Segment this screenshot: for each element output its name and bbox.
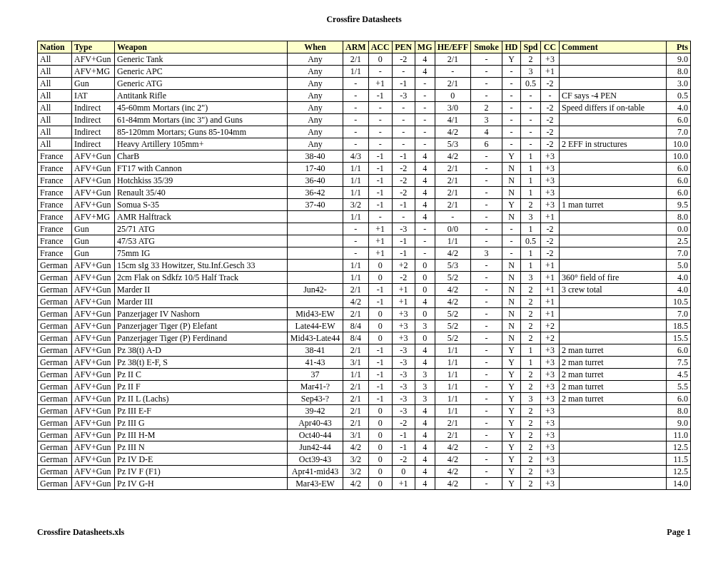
cell: German: [38, 381, 72, 393]
cell: -2: [541, 138, 560, 150]
cell: 5/2: [435, 332, 470, 344]
cell: -2: [392, 175, 415, 187]
table-row: GermanAFV+GunPz 38(t) E-F, S41-433/1-1-3…: [38, 357, 691, 369]
cell: AFV+MG: [72, 211, 115, 223]
cell: 2/1: [343, 284, 368, 296]
table-row: AllIndirect85-120mm Mortars; Guns 85-104…: [38, 126, 691, 138]
cell: 4/2: [435, 441, 470, 454]
cell: -: [521, 90, 541, 102]
table-row: GermanAFV+GunPz 38(t) A-D38-412/1-1-341/…: [38, 344, 691, 357]
cell: 0.5: [667, 90, 691, 102]
cell: -: [521, 102, 541, 114]
cell: All: [38, 138, 72, 150]
cell: -: [471, 223, 502, 235]
cell: -: [415, 223, 435, 235]
cell: [560, 478, 667, 490]
cell: -: [392, 211, 415, 223]
cell: N: [502, 175, 521, 187]
cell: [560, 223, 667, 235]
cell: Any: [287, 90, 343, 102]
cell: 14.0: [667, 478, 691, 490]
cell: 4: [415, 441, 435, 454]
cell: -: [415, 78, 435, 90]
cell: [560, 175, 667, 187]
cell: Panzerjager Tiger (P) Elefant: [115, 320, 288, 332]
table-row: GermanAFV+GunPz II C371/1-1-331/1-Y2+32 …: [38, 369, 691, 381]
cell: +1: [541, 66, 560, 78]
cell: 2: [521, 369, 541, 381]
cell: [560, 53, 667, 66]
cell: 8/4: [343, 332, 368, 344]
cell: -: [471, 66, 502, 78]
cell: -: [521, 138, 541, 150]
cell: -2: [541, 78, 560, 90]
cell: -: [471, 163, 502, 175]
datasheet-table: NationTypeWeaponWhenARMACCPENMGHE/EFFSmo…: [37, 41, 691, 490]
cell: +3: [541, 369, 560, 381]
cell: -: [343, 78, 368, 90]
cell: 2: [521, 454, 541, 466]
cell: -: [415, 126, 435, 138]
table-row: GermanAFV+GunPz III NJun42-444/20-144/2-…: [38, 441, 691, 454]
cell: 3: [415, 320, 435, 332]
cell: 38-41: [287, 344, 343, 357]
cell: France: [38, 199, 72, 211]
cell: Heavy Artillery 105mm+: [115, 138, 288, 150]
cell: -1: [368, 381, 392, 393]
cell: Y: [502, 454, 521, 466]
cell: +1: [392, 296, 415, 308]
cell: Y: [502, 393, 521, 405]
cell: -: [368, 126, 392, 138]
cell: 0: [415, 284, 435, 296]
cell: 2 EFF in structures: [560, 138, 667, 150]
cell: 4/3: [343, 150, 368, 163]
cell: AFV+Gun: [72, 478, 115, 490]
cell: 1/1: [343, 272, 368, 284]
table-row: GermanAFV+Gun2cm Flak on Sdkfz 10/5 Half…: [38, 272, 691, 284]
cell: France: [38, 175, 72, 187]
cell: -: [471, 332, 502, 344]
cell: [287, 223, 343, 235]
cell: 0.5: [521, 235, 541, 247]
cell: German: [38, 272, 72, 284]
cell: 5/2: [435, 272, 470, 284]
cell: +3: [541, 454, 560, 466]
cell: 4/2: [435, 466, 470, 478]
cell: -1: [368, 369, 392, 381]
cell: 1: [521, 260, 541, 272]
cell: All: [38, 66, 72, 78]
cell: Mar43-EW: [287, 478, 343, 490]
table-row: GermanAFV+GunPz IV D-EOct39-433/20-244/2…: [38, 454, 691, 466]
table-row: AllIATAntitank RifleAny--1-3-0----CF say…: [38, 90, 691, 102]
cell: -: [392, 114, 415, 126]
cell: 0: [415, 272, 435, 284]
cell: Gun: [72, 223, 115, 235]
cell: +3: [541, 478, 560, 490]
cell: 3: [521, 211, 541, 223]
table-row: FranceAFV+GunFT17 with Cannon17-401/1-1-…: [38, 163, 691, 175]
cell: German: [38, 441, 72, 454]
table-row: FranceAFV+GunCharB38-404/3-1-144/2-Y1+31…: [38, 150, 691, 163]
cell: -3: [392, 381, 415, 393]
cell: -2: [541, 247, 560, 260]
cell: 2: [521, 332, 541, 344]
col-header: Nation: [38, 41, 72, 53]
cell: [560, 150, 667, 163]
cell: 0: [392, 466, 415, 478]
cell: 9.0: [667, 53, 691, 66]
cell: 17-40: [287, 163, 343, 175]
cell: [560, 66, 667, 78]
cell: -3: [392, 223, 415, 235]
cell: 11.5: [667, 454, 691, 466]
cell: -1: [392, 247, 415, 260]
cell: -: [415, 247, 435, 260]
cell: 11.0: [667, 429, 691, 441]
cell: 2/1: [343, 381, 368, 393]
cell: -: [343, 235, 368, 247]
cell: 9.0: [667, 417, 691, 429]
cell: Mid43-Late44: [287, 332, 343, 344]
cell: 3 crew total: [560, 284, 667, 296]
cell: Pz IV F (F1): [115, 466, 288, 478]
cell: All: [38, 90, 72, 102]
cell: 3/0: [435, 102, 470, 114]
